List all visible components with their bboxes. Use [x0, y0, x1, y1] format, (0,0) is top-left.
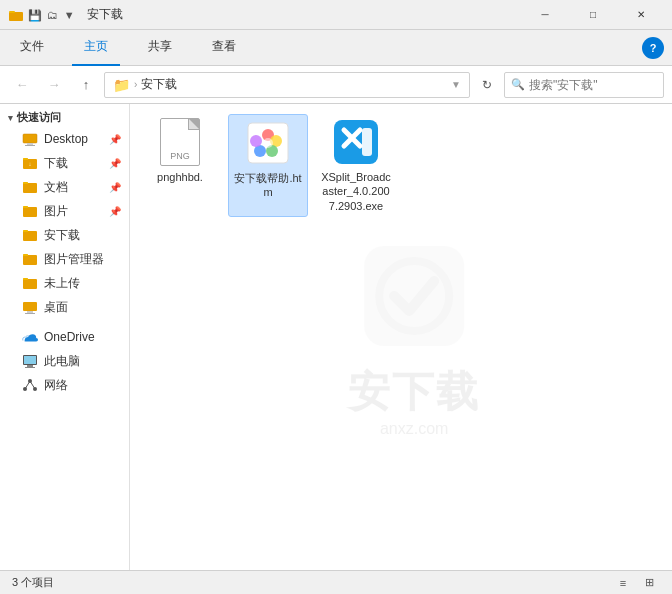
documents-pin: 📌	[109, 182, 121, 193]
svg-rect-20	[25, 313, 35, 314]
svg-rect-18	[23, 302, 37, 311]
network-label: 网络	[44, 377, 68, 394]
forward-button[interactable]: →	[40, 71, 68, 99]
tab-file[interactable]: 文件	[8, 30, 56, 66]
up-button[interactable]: ↑	[72, 71, 100, 99]
maximize-button[interactable]: □	[570, 0, 616, 30]
svg-line-28	[25, 381, 30, 389]
svg-rect-23	[27, 365, 33, 367]
path-dropdown-arrow[interactable]: ▼	[451, 79, 461, 90]
sidebar-item-unuploaded[interactable]: 未上传	[0, 271, 129, 295]
search-icon: 🔍	[511, 78, 525, 91]
downloads-pin: 📌	[109, 158, 121, 169]
unuploaded-icon	[22, 275, 38, 291]
svg-point-31	[379, 261, 449, 331]
title-text: 安下载	[87, 6, 123, 23]
desktop2-label: 桌面	[44, 299, 68, 316]
svg-rect-22	[24, 356, 36, 364]
title-bar: 💾 🗂 ▼ 安下载 ─ □ ✕	[0, 0, 672, 30]
watermark: 安下载 anxz.com	[348, 236, 480, 438]
quick-access-header[interactable]: ▾ 快速访问	[0, 108, 129, 127]
refresh-button[interactable]: ↻	[474, 72, 500, 98]
back-button[interactable]: ←	[8, 71, 36, 99]
svg-rect-2	[23, 134, 37, 143]
svg-rect-24	[25, 367, 35, 368]
pictures-icon	[22, 203, 38, 219]
folder-icon	[8, 7, 24, 23]
unuploaded-label: 未上传	[44, 275, 80, 292]
svg-line-29	[30, 381, 35, 389]
sidebar-item-desktop2[interactable]: 桌面	[0, 295, 129, 319]
sidebar-item-pictures[interactable]: 图片 📌	[0, 199, 129, 223]
file-item-htm[interactable]: 安下载帮助.htm	[228, 114, 308, 217]
main-layout: ▾ 快速访问 Desktop 📌 ↓	[0, 104, 672, 570]
svg-rect-13	[23, 230, 28, 232]
quick-access-chevron: ▾	[8, 113, 13, 123]
file-name-xsplit: XSplit_Broadcaster_4.0.2007.2903.exe	[320, 170, 392, 213]
tab-home[interactable]: 主页	[72, 30, 120, 66]
sidebar-item-thispc[interactable]: 此电脑	[0, 349, 129, 373]
title-bar-quick-access: 💾 🗂 ▼	[28, 8, 79, 22]
file-item-xsplit[interactable]: XSplit_Broadcaster_4.0.2007.2903.exe	[316, 114, 396, 217]
folder-icon-path: 📁	[113, 77, 130, 93]
svg-rect-19	[27, 311, 33, 313]
sidebar-item-imgmanager[interactable]: 图片管理器	[0, 247, 129, 271]
network-icon	[22, 377, 38, 393]
quick-access-label: 快速访问	[17, 110, 61, 125]
path-folder-name: 安下载	[141, 76, 177, 93]
thispc-label: 此电脑	[44, 353, 80, 370]
svg-point-37	[250, 135, 262, 147]
imgmanager-icon	[22, 251, 38, 267]
file-icon-pnghhbd: PNG	[156, 118, 204, 166]
address-path[interactable]: 📁 › 安下载 ▼	[104, 72, 470, 98]
file-name-htm: 安下载帮助.htm	[233, 171, 303, 200]
sidebar-item-onedrive[interactable]: OneDrive	[0, 325, 129, 349]
svg-point-38	[263, 138, 273, 148]
tab-view[interactable]: 查看	[200, 30, 248, 66]
ribbon: 文件 主页 共享 查看 ?	[0, 30, 672, 66]
sidebar-item-anxiazai[interactable]: 安下载	[0, 223, 129, 247]
svg-rect-9	[23, 182, 28, 184]
sidebar-item-downloads[interactable]: ↓ 下载 📌	[0, 151, 129, 175]
svg-rect-8	[23, 183, 37, 193]
onedrive-label: OneDrive	[44, 330, 95, 344]
minimize-button[interactable]: ─	[522, 0, 568, 30]
svg-rect-10	[23, 207, 37, 217]
sidebar-item-network[interactable]: 网络	[0, 373, 129, 397]
file-name-pnghhbd: pnghhbd.	[157, 170, 203, 184]
help-button[interactable]: ?	[642, 37, 664, 59]
file-area: 安下载 anxz.com PNG pnghhbd.	[130, 104, 672, 570]
view-list-button[interactable]: ≡	[612, 573, 634, 593]
title-bar-left: 💾 🗂 ▼ 安下载	[8, 6, 123, 23]
anxiazai-label: 安下载	[44, 227, 80, 244]
svg-rect-6	[23, 158, 28, 160]
search-input[interactable]	[529, 78, 672, 92]
view-grid-button[interactable]: ⊞	[638, 573, 660, 593]
svg-rect-0	[9, 12, 23, 21]
svg-rect-17	[23, 278, 28, 280]
file-item-pnghhbd[interactable]: PNG pnghhbd.	[140, 114, 220, 217]
svg-rect-1	[9, 11, 15, 13]
svg-rect-3	[27, 143, 33, 145]
desktop-pin: 📌	[109, 134, 121, 145]
thispc-icon	[22, 353, 38, 369]
close-button[interactable]: ✕	[618, 0, 664, 30]
watermark-text: 安下载	[348, 364, 480, 420]
svg-rect-14	[23, 255, 37, 265]
item-count: 3 个项目	[12, 575, 54, 590]
svg-rect-11	[23, 206, 28, 208]
svg-rect-4	[25, 145, 35, 146]
tab-share[interactable]: 共享	[136, 30, 184, 66]
svg-text:↓: ↓	[29, 161, 32, 167]
sidebar-item-desktop[interactable]: Desktop 📌	[0, 127, 129, 151]
search-box[interactable]: 🔍	[504, 72, 664, 98]
svg-rect-12	[23, 231, 37, 241]
anxiazai-icon	[22, 227, 38, 243]
title-bar-controls: ─ □ ✕	[522, 0, 664, 30]
sidebar-item-documents[interactable]: 文档 📌	[0, 175, 129, 199]
downloads-icon: ↓	[22, 155, 38, 171]
svg-rect-15	[23, 254, 28, 256]
status-bar: 3 个项目 ≡ ⊞	[0, 570, 672, 594]
documents-label: 文档	[44, 179, 68, 196]
imgmanager-label: 图片管理器	[44, 251, 104, 268]
